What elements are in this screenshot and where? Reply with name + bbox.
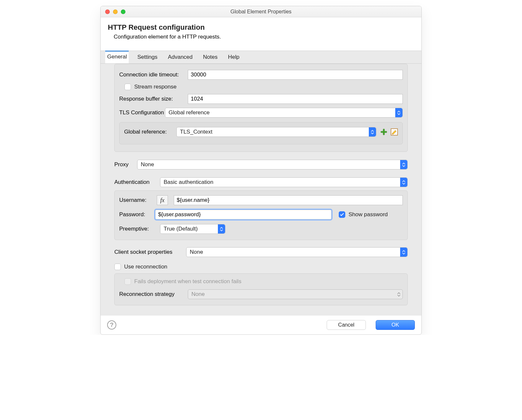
window-title: Global Element Properties — [101, 9, 421, 15]
response-buffer-size-input[interactable] — [188, 94, 403, 104]
fx-button[interactable]: fx — [157, 195, 168, 205]
chevron-updown-icon — [395, 108, 402, 117]
tls-configuration-label: TLS Configuration — [119, 109, 165, 116]
fails-deployment-checkbox — [124, 278, 131, 285]
proxy-label: Proxy — [114, 161, 137, 168]
tab-panel-general: Connection idle timeout: Stream response… — [101, 64, 421, 315]
chevron-updown-icon — [400, 160, 407, 169]
reconnection-strategy-label: Reconnection strategy — [119, 291, 188, 298]
global-reference-value: TLS_Context — [180, 129, 212, 135]
chevron-updown-icon — [400, 248, 407, 257]
chevron-updown-icon — [395, 290, 402, 299]
username-label: Username: — [119, 197, 157, 203]
authentication-value: Basic authentication — [164, 179, 213, 186]
connection-idle-timeout-input[interactable] — [188, 70, 403, 80]
tab-bar: General Settings Advanced Notes Help — [101, 51, 421, 64]
tls-configuration-select[interactable]: Global reference — [165, 108, 403, 118]
tab-settings[interactable]: Settings — [135, 51, 159, 63]
cancel-button[interactable]: Cancel — [327, 320, 366, 330]
global-reference-select[interactable]: TLS_Context — [176, 127, 376, 137]
authentication-select[interactable]: Basic authentication — [160, 177, 408, 187]
titlebar: Global Element Properties — [101, 6, 421, 17]
dialog-subtitle: Configuration element for a HTTP request… — [114, 34, 414, 40]
reconnection-group: Fails deployment when test connection fa… — [114, 273, 408, 305]
tab-notes[interactable]: Notes — [201, 51, 220, 63]
preemptive-label: Preemptive: — [119, 226, 160, 232]
proxy-value: None — [141, 161, 154, 168]
global-reference-group: Global reference: TLS_Context — [119, 122, 403, 144]
tab-general[interactable]: General — [105, 51, 129, 63]
authentication-label: Authentication — [114, 179, 160, 186]
client-socket-properties-select[interactable]: None — [186, 247, 408, 257]
preemptive-value: True (Default) — [164, 226, 198, 232]
proxy-select[interactable]: None — [137, 160, 408, 170]
global-reference-label: Global reference: — [124, 129, 176, 135]
fails-deployment-label: Fails deployment when test connection fa… — [134, 278, 241, 285]
edit-icon[interactable] — [391, 128, 398, 136]
tls-configuration-value: Global reference — [169, 109, 210, 116]
dialog-window: Global Element Properties HTTP Request c… — [100, 6, 422, 335]
connection-idle-timeout-label: Connection idle timeout: — [119, 72, 188, 78]
add-icon[interactable] — [380, 128, 387, 136]
dialog-title: HTTP Request configuration — [108, 23, 414, 32]
help-icon[interactable]: ? — [107, 320, 116, 330]
stream-response-label: Stream response — [134, 84, 176, 90]
reconnection-strategy-value: None — [191, 291, 205, 298]
use-reconnection-label: Use reconnection — [124, 264, 167, 270]
dialog-header: HTTP Request configuration Configuration… — [101, 17, 421, 51]
client-socket-properties-label: Client socket properties — [114, 249, 186, 255]
chevron-updown-icon — [369, 127, 376, 137]
chevron-updown-icon — [400, 178, 407, 187]
tab-help[interactable]: Help — [226, 51, 241, 63]
use-reconnection-checkbox[interactable] — [114, 264, 121, 270]
password-input[interactable] — [155, 210, 332, 219]
authentication-group: Username: fx Password: Show password Pre… — [114, 190, 408, 240]
username-input[interactable] — [174, 195, 403, 205]
password-label: Password: — [119, 211, 155, 218]
client-socket-properties-value: None — [190, 249, 203, 255]
tab-advanced[interactable]: Advanced — [166, 51, 195, 63]
show-password-checkbox[interactable] — [339, 211, 345, 218]
svg-rect-1 — [381, 131, 387, 133]
ok-button[interactable]: OK — [376, 320, 415, 330]
stream-response-checkbox[interactable] — [124, 84, 131, 90]
chevron-updown-icon — [218, 224, 225, 234]
response-buffer-size-label: Response buffer size: — [119, 96, 188, 102]
preemptive-select[interactable]: True (Default) — [160, 224, 225, 234]
show-password-label: Show password — [349, 211, 388, 218]
reconnection-strategy-select: None — [188, 289, 403, 299]
dialog-footer: ? Cancel OK — [101, 315, 421, 334]
connection-group: Connection idle timeout: Stream response… — [114, 64, 408, 152]
